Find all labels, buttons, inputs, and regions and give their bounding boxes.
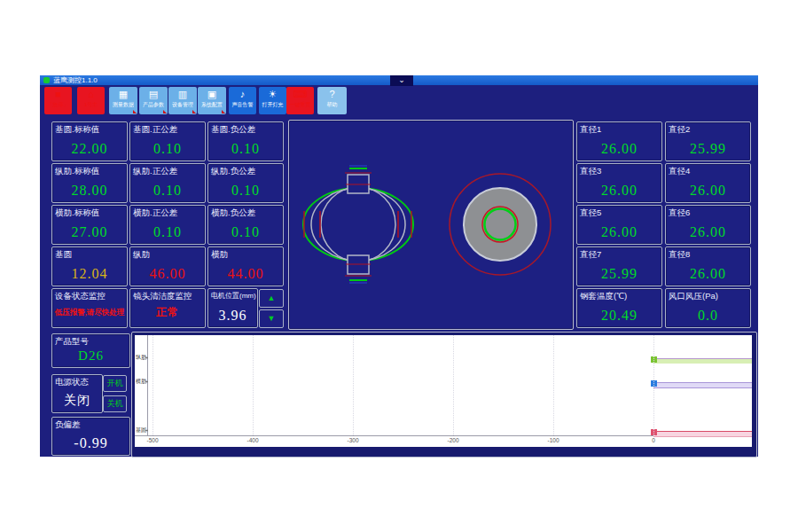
- power-state-label: 电源状态: [55, 377, 89, 388]
- triangle-down-icon: ▼: [268, 314, 276, 323]
- trend-chart-plot: 纵肋: 横肋: 基圆: -500-400-300-200-1000: [135, 335, 752, 447]
- cell-value: 28.00: [52, 183, 127, 199]
- dropdown-triangle-icon: [222, 110, 225, 113]
- motor-down-button[interactable]: ▼: [259, 309, 284, 328]
- product-model-label: 产品型号: [55, 336, 89, 348]
- left-cell-8: 横肋.负公差0.10: [207, 205, 284, 245]
- cell-value: 27.00: [52, 224, 127, 240]
- cell-label: 钢套温度(℃): [580, 291, 627, 302]
- folder-icon: ▣: [198, 88, 226, 101]
- desktop: 蓝鹰测控1.1.0 ⌄ ■「急停」⌂1号主▦测量数据▤产品参数▥设备管理▣系统配…: [0, 0, 798, 532]
- collapse-button[interactable]: ⌄: [390, 75, 413, 86]
- cell-value: 26.00: [666, 266, 750, 282]
- help-icon: ?: [317, 88, 347, 101]
- cell-label: 纵肋.标称值: [55, 166, 99, 177]
- x-tick-label: 0: [643, 437, 664, 443]
- cell-label: 直径3: [580, 166, 601, 177]
- left-cell-3: 纵肋.标称值28.00: [51, 163, 128, 203]
- toolbar-button-bell[interactable]: ♪声音告警: [229, 87, 256, 114]
- x-tick-label: -300: [342, 437, 364, 443]
- toolbar-button-label: 设备管理: [170, 102, 194, 108]
- cell-label: 纵肋.负公差: [211, 166, 255, 177]
- cell-label: 直径8: [669, 249, 690, 261]
- cell-value: 26.00: [666, 224, 750, 240]
- toolbar-button-label: 系统配置: [200, 102, 223, 108]
- negative-deviation-value: -0.99: [52, 435, 129, 451]
- cell-label: 风口风压(Pa): [669, 291, 718, 302]
- toolbar-button-folder[interactable]: ▣系统配置: [198, 87, 226, 114]
- power-off-button[interactable]: 关机: [103, 395, 127, 412]
- toolbar-button-keyboard[interactable]: ⌨一键重置: [286, 87, 314, 114]
- cell-label: 横肋.负公差: [211, 207, 255, 219]
- stop-icon: ■: [44, 88, 72, 101]
- toolbar-button-stop[interactable]: ■「急停」: [44, 87, 72, 114]
- app-logo-icon: [43, 77, 50, 83]
- product-model-box: 产品型号 D26: [51, 333, 130, 368]
- negative-deviation-label: 负偏差: [55, 419, 81, 431]
- right-cell-6: 直径725.99: [576, 246, 662, 286]
- cell-value: 3.96: [208, 308, 257, 324]
- gridline: [253, 335, 254, 435]
- toolbar-button-help[interactable]: ?帮助: [317, 87, 347, 114]
- cell-value: 低压报警,请尽快处理: [52, 308, 127, 318]
- toolbar-button-device[interactable]: ▥设备管理: [168, 87, 197, 114]
- bulb-icon: ☀: [259, 88, 286, 101]
- list-icon: ▤: [139, 88, 168, 101]
- right-cell-0: 直径126.00: [576, 121, 662, 161]
- gridline: [453, 335, 454, 435]
- right-cell-1: 直径225.99: [665, 121, 751, 161]
- y-axis: [147, 335, 148, 435]
- cell-label: 直径6: [669, 207, 690, 219]
- cell-label: 镜头清洁度监控: [133, 291, 192, 302]
- app-window: 蓝鹰测控1.1.0 ⌄ ■「急停」⌂1号主▦测量数据▤产品参数▥设备管理▣系统配…: [40, 75, 758, 457]
- home-icon: ⌂: [77, 88, 105, 101]
- left-cell-12: 设备状态监控低压报警,请尽快处理: [51, 288, 128, 328]
- dropdown-triangle-icon: [192, 110, 196, 113]
- y-tick: [145, 357, 148, 358]
- cell-label: 横肋.标称值: [55, 207, 99, 219]
- product-model-value: D26: [52, 348, 129, 364]
- toolbar-button-label: 声音告警: [231, 102, 254, 108]
- right-cell-8: 钢套温度(℃)20.49: [576, 288, 662, 328]
- left-cell-5: 纵肋.负公差0.10: [207, 163, 284, 203]
- cell-label: 纵肋: [133, 249, 150, 261]
- power-on-button[interactable]: 开机: [103, 375, 127, 392]
- cell-label: 横肋.正公差: [133, 207, 177, 219]
- cell-label: 直径5: [580, 207, 601, 219]
- cell-label: 基圆.负公差: [211, 124, 255, 136]
- toolbar-button-label: 一键重置: [288, 102, 311, 108]
- keyboard-icon: ⌨: [286, 88, 314, 101]
- cell-label: 基圆.标称值: [55, 124, 99, 136]
- cell-label: 设备状态监控: [55, 291, 106, 302]
- cell-value: 26.00: [666, 183, 750, 199]
- negative-deviation-box: 负偏差 -0.99: [51, 417, 130, 456]
- toolbar-button-grid[interactable]: ▦测量数据: [109, 87, 137, 114]
- motor-up-button[interactable]: ▲: [259, 289, 284, 308]
- toolbar-button-list[interactable]: ▤产品参数: [139, 87, 168, 114]
- cell-value: 25.99: [666, 141, 750, 157]
- cell-value: 26.00: [577, 141, 661, 157]
- cell-value: 25.99: [577, 266, 661, 282]
- window-title: 蓝鹰测控1.1.0: [53, 75, 98, 85]
- cell-value: 0.10: [208, 224, 283, 240]
- toolbar-button-label: 测量数据: [111, 102, 135, 108]
- toolbar-button-label: 「急停」: [46, 102, 69, 108]
- toolbar-button-label: 帮助: [319, 102, 344, 108]
- x-tick-label: -100: [543, 437, 564, 443]
- dropdown-triangle-icon: [163, 110, 167, 113]
- gridline: [653, 335, 654, 435]
- cross-section-graphic: [289, 121, 571, 327]
- cell-value: 0.10: [130, 141, 205, 157]
- left-cell-10: 纵肋46.00: [129, 246, 206, 286]
- toolbar-button-label: 1号主: [79, 102, 102, 108]
- right-cell-3: 直径426.00: [665, 163, 751, 203]
- cell-value: 20.49: [577, 308, 661, 324]
- cell-label: 直径7: [580, 249, 601, 261]
- power-state-box: 电源状态 关闭: [51, 374, 103, 413]
- toolbar-button-home[interactable]: ⌂1号主: [77, 87, 105, 114]
- cell-label: 基圆: [55, 249, 72, 261]
- toolbar-button-bulb[interactable]: ☀打开灯光: [259, 87, 286, 114]
- cell-value: 0.10: [208, 183, 283, 199]
- left-cell-4: 纵肋.正公差0.10: [129, 163, 206, 203]
- trend-chart-panel: 纵肋: 横肋: 基圆: -500-400-300-200-1000: [131, 332, 757, 458]
